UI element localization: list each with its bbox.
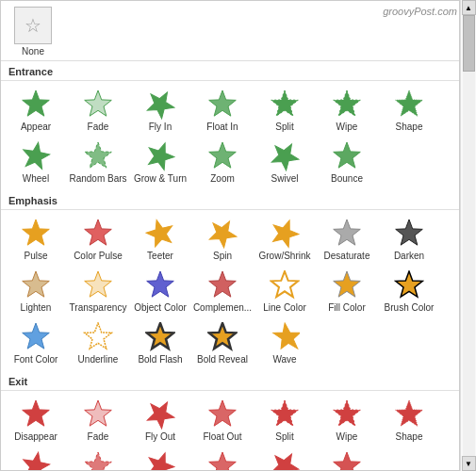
scroll-track[interactable] (463, 15, 475, 456)
anim-icon (207, 218, 238, 250)
anim-label: Object Color (134, 302, 187, 314)
svg-marker-42 (209, 452, 237, 471)
anim-item-bold-reveal[interactable]: Bold Reveal (191, 317, 254, 369)
anim-item-fade[interactable]: Fade (67, 395, 129, 447)
anim-label: Fly In (149, 122, 172, 133)
anim-item-wave[interactable]: Wave (254, 317, 316, 369)
anim-item-float-in[interactable]: Float In (191, 85, 254, 137)
anim-label: Font Color (14, 354, 58, 365)
anim-label: Grow/Shrink (258, 251, 310, 262)
scrollbar[interactable]: ▲ ▼ (460, 0, 476, 471)
anim-item-pulse[interactable]: Pulse (5, 214, 67, 266)
anim-item-color-pulse[interactable]: Color Pulse (67, 214, 129, 266)
none-item[interactable]: ☆ None (8, 7, 57, 57)
anim-item-shape[interactable]: Shape (378, 85, 440, 137)
anim-item-wipe[interactable]: Wipe (316, 395, 378, 447)
anim-item-font-color[interactable]: Font Color (5, 317, 67, 369)
anim-item-spin[interactable]: Spin (191, 214, 254, 266)
anim-label: Spin (213, 251, 232, 262)
svg-marker-40 (85, 452, 112, 471)
anim-item-complemen---[interactable]: Complemen... (191, 266, 254, 317)
anim-item-swivel[interactable]: Swivel (254, 137, 316, 188)
svg-marker-4 (271, 90, 299, 116)
svg-marker-44 (334, 452, 361, 471)
svg-marker-16 (207, 219, 238, 249)
anim-icon (83, 89, 113, 121)
anim-icon (394, 218, 424, 250)
anim-label: Complemen... (193, 302, 252, 314)
anim-label: Wheel (23, 173, 49, 185)
anim-icon (207, 398, 238, 430)
anim-label: Shape (396, 122, 423, 133)
anim-item-zoom[interactable]: Zoom (191, 447, 254, 471)
anim-item-swivel[interactable]: Swivel (254, 447, 316, 471)
svg-marker-6 (396, 90, 423, 116)
anim-item-random-bars[interactable]: Random Bars (67, 137, 129, 188)
anim-item-fly-out[interactable]: Fly Out (129, 395, 191, 447)
anim-icon (207, 140, 238, 172)
anim-item-bold-flash[interactable]: Bold Flash (129, 317, 191, 369)
anim-icon (21, 218, 51, 250)
anim-item-teeter[interactable]: Teeter (129, 214, 191, 266)
anim-label: Random Bars (69, 173, 126, 185)
none-label: None (22, 46, 44, 57)
anim-item-zoom[interactable]: Zoom (191, 137, 254, 188)
anim-label: Float Out (203, 431, 241, 443)
anim-icon (270, 321, 300, 353)
anim-label: Darken (394, 251, 424, 262)
anim-item-shrink---turn[interactable]: Shrink & Turn (129, 447, 191, 471)
section-header-exit: Exit (1, 371, 459, 391)
anim-icon (21, 321, 51, 353)
anim-label: Underline (78, 354, 119, 365)
anim-item-grow-shrink[interactable]: Grow/Shrink (254, 214, 316, 266)
none-box[interactable]: ☆ (14, 7, 52, 44)
anim-item-darken[interactable]: Darken (378, 214, 440, 266)
anim-item-wipe[interactable]: Wipe (316, 85, 378, 137)
scroll-up-arrow[interactable]: ▲ (462, 0, 476, 15)
svg-marker-20 (23, 271, 50, 297)
anim-label: Swivel (271, 173, 299, 185)
anim-item-bounce[interactable]: Bounce (316, 447, 378, 471)
svg-marker-17 (270, 219, 300, 249)
anim-icon (83, 140, 113, 172)
anim-item-appear[interactable]: Appear (5, 85, 67, 137)
anim-item-brush-color[interactable]: Brush Color (378, 266, 440, 317)
anim-icon (270, 398, 300, 430)
scroll-thumb[interactable] (463, 15, 475, 72)
anim-item-transparency[interactable]: Transparency (67, 266, 129, 317)
svg-marker-12 (334, 142, 361, 168)
anim-label: Zoom (210, 173, 235, 185)
anim-item-line-color[interactable]: Line Color (254, 266, 316, 317)
anim-item-fill-color[interactable]: Fill Color (316, 266, 378, 317)
anim-item-split[interactable]: Split (254, 395, 316, 447)
svg-marker-19 (396, 219, 423, 245)
anim-label: Brush Color (385, 302, 435, 314)
anim-item-shape[interactable]: Shape (378, 395, 440, 447)
anim-item-fade[interactable]: Fade (67, 85, 129, 137)
svg-marker-26 (396, 271, 423, 297)
anim-item-object-color[interactable]: Object Color (129, 266, 191, 317)
anim-icon (207, 89, 238, 121)
anim-item-lighten[interactable]: Lighten (5, 266, 67, 317)
anim-item-grow---turn[interactable]: Grow & Turn (129, 137, 191, 188)
anim-item-desaturate[interactable]: Desaturate (316, 214, 378, 266)
anim-item-disappear[interactable]: Disappear (5, 395, 67, 447)
anim-item-float-out[interactable]: Float Out (191, 395, 254, 447)
anim-icon (145, 269, 175, 301)
anim-icon (394, 269, 424, 301)
anim-icon (207, 269, 238, 301)
svg-marker-25 (334, 271, 361, 297)
svg-marker-35 (209, 400, 237, 426)
svg-marker-0 (23, 90, 50, 116)
anim-item-bounce[interactable]: Bounce (316, 137, 378, 188)
anim-item-random-bars[interactable]: Random Bars (67, 447, 129, 471)
anim-icon (332, 450, 362, 471)
scroll-down-arrow[interactable]: ▼ (462, 456, 476, 471)
anim-item-wheel[interactable]: Wheel (5, 137, 67, 188)
anim-item-wheel[interactable]: Wheel (5, 447, 67, 471)
svg-marker-39 (21, 451, 51, 471)
anim-item-underline[interactable]: Underline (67, 317, 129, 369)
anim-label: Color Pulse (74, 251, 123, 262)
anim-item-fly-in[interactable]: Fly In (129, 85, 191, 137)
anim-item-split[interactable]: Split (254, 85, 316, 137)
